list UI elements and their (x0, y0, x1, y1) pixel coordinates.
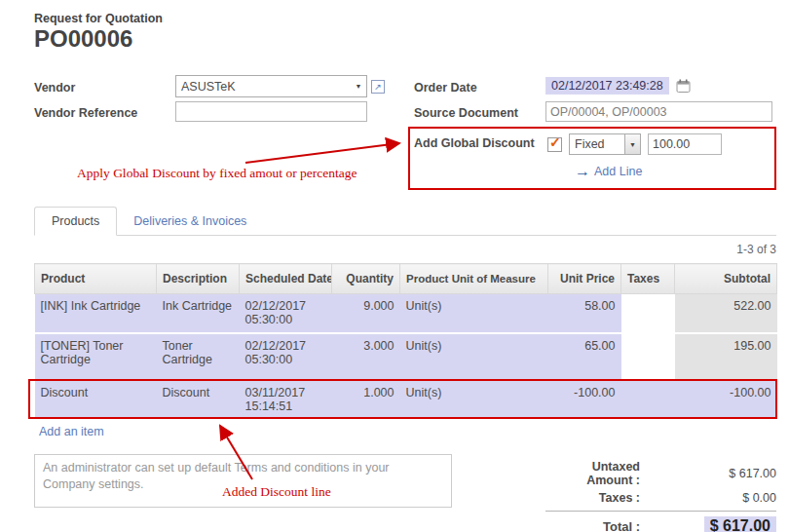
discount-type-select[interactable]: Fixed ▼ (569, 133, 641, 155)
cell-scheduled-date[interactable]: 02/12/2017 05:30:00 (240, 294, 332, 333)
table-header-row: Product Description Scheduled Date Quant… (35, 264, 777, 294)
cell-scheduled-date[interactable]: 03/11/2017 15:14:51 (240, 380, 332, 419)
order-date-field: 02/12/2017 23:49:28 (545, 77, 691, 95)
total-label: Total : (545, 519, 640, 532)
total-value: $ 617.00 (640, 516, 776, 532)
taxes-row: Taxes : $ 0.00 (545, 489, 776, 507)
cell-subtotal[interactable]: -100.00 (675, 380, 777, 419)
cell-quantity[interactable]: 9.000 (332, 294, 400, 333)
tab-deliveries-invoices[interactable]: Deliveries & Invoices (117, 208, 263, 235)
col-header-quantity[interactable]: Quantity (332, 264, 400, 294)
total-row: Total : $ 617.00 (545, 514, 776, 532)
rfq-form-page: Request for Quotation PO00006 Vendor ASU… (0, 0, 789, 532)
page-title: PO00006 (34, 25, 132, 53)
global-discount-label: Add Global Discount (414, 136, 535, 150)
untaxed-amount-value: $ 617.00 (640, 467, 776, 480)
discount-amount-input[interactable] (648, 133, 722, 155)
cell-unit-price[interactable]: -100.00 (548, 380, 621, 419)
add-an-item-link[interactable]: Add an item (39, 425, 104, 438)
col-header-scheduled-date[interactable]: Scheduled Date (240, 264, 332, 294)
cell-product[interactable]: [TONER] Toner Cartridge (35, 333, 157, 380)
total-amount: $ 617.00 (704, 516, 776, 532)
annotation-discount-line: Added Discount line (222, 484, 331, 500)
table-row-toner-cartridge[interactable]: [TONER] Toner Cartridge Toner Cartridge … (35, 333, 777, 380)
cell-uom[interactable]: Unit(s) (400, 294, 548, 333)
cell-taxes[interactable] (621, 333, 675, 380)
col-header-unit-price[interactable]: Unit Price (548, 264, 621, 294)
vendor-select[interactable]: ASUSTeK ▼ (175, 75, 367, 97)
table-row-ink-cartridge[interactable]: [INK] Ink Cartridge Ink Cartridge 02/12/… (35, 294, 777, 333)
col-header-product[interactable]: Product (35, 264, 157, 294)
cell-uom[interactable]: Unit(s) (400, 333, 548, 380)
untaxed-amount-label: Untaxed Amount : (545, 460, 640, 487)
vendor-label: Vendor (34, 81, 75, 95)
cell-unit-price[interactable]: 65.00 (548, 333, 621, 380)
order-date-value[interactable]: 02/12/2017 23:49:28 (545, 77, 669, 95)
col-header-taxes[interactable]: Taxes (621, 264, 675, 294)
list-pager: 1-3 of 3 (736, 243, 776, 256)
cell-uom[interactable]: Unit(s) (400, 380, 548, 419)
global-discount-checkbox[interactable]: ✓ (547, 137, 562, 152)
cell-unit-price[interactable]: 58.00 (548, 294, 621, 333)
calendar-icon[interactable] (676, 79, 691, 93)
add-line-label: Add Line (594, 165, 642, 178)
external-link-icon[interactable]: ↗ (371, 80, 385, 94)
vendor-reference-label: Vendor Reference (34, 106, 137, 120)
cell-taxes[interactable] (621, 294, 675, 333)
annotation-global-discount: Apply Global Discount by fixed amout or … (77, 166, 357, 181)
cell-quantity[interactable]: 1.000 (332, 380, 400, 419)
source-document-input[interactable] (545, 101, 772, 122)
global-discount-controls: ✓ Fixed ▼ (547, 133, 722, 155)
document-type-label: Request for Quotation (34, 12, 163, 25)
col-header-uom[interactable]: Product Unit of Measure (400, 264, 548, 294)
source-document-label: Source Document (414, 106, 518, 120)
untaxed-amount-row: Untaxed Amount : $ 617.00 (545, 458, 776, 489)
cell-subtotal[interactable]: 522.00 (675, 294, 777, 333)
checkmark-icon: ✓ (549, 134, 561, 150)
cell-scheduled-date[interactable]: 02/12/2017 05:30:00 (240, 333, 332, 380)
vendor-field: ASUSTeK ▼ ↗ (175, 75, 385, 97)
cell-taxes[interactable] (621, 380, 675, 419)
totals-panel: Untaxed Amount : $ 617.00 Taxes : $ 0.00… (545, 458, 776, 532)
table-row-discount[interactable]: Discount Discount 03/11/2017 15:14:51 1.… (35, 380, 777, 419)
add-line-link[interactable]: → Add Line (575, 163, 642, 180)
col-header-subtotal[interactable]: Subtotal (675, 264, 777, 294)
chevron-down-icon[interactable]: ▼ (624, 134, 640, 154)
cell-subtotal[interactable]: 195.00 (675, 333, 777, 380)
chevron-down-icon[interactable]: ▼ (351, 83, 366, 90)
vendor-select-value: ASUSTeK (176, 80, 351, 94)
taxes-value: $ 0.00 (640, 491, 776, 505)
cell-quantity[interactable]: 3.000 (332, 333, 400, 380)
taxes-label: Taxes : (545, 491, 640, 505)
col-header-description[interactable]: Description (157, 264, 240, 294)
vendor-reference-input[interactable] (175, 101, 367, 122)
order-date-label: Order Date (414, 81, 477, 95)
tab-products[interactable]: Products (34, 207, 117, 236)
notebook-tabs: Products Deliveries & Invoices (34, 207, 776, 236)
totals-divider (545, 511, 776, 512)
cell-description[interactable]: Toner Cartridge (157, 333, 240, 380)
cell-description[interactable]: Ink Cartridge (157, 294, 240, 333)
cell-description[interactable]: Discount (157, 380, 240, 419)
cell-product[interactable]: [INK] Ink Cartridge (35, 294, 157, 333)
order-lines-table: Product Description Scheduled Date Quant… (34, 263, 777, 420)
discount-type-value: Fixed (570, 137, 624, 151)
add-line-arrow-icon: → (575, 163, 590, 180)
cell-product[interactable]: Discount (35, 380, 157, 419)
